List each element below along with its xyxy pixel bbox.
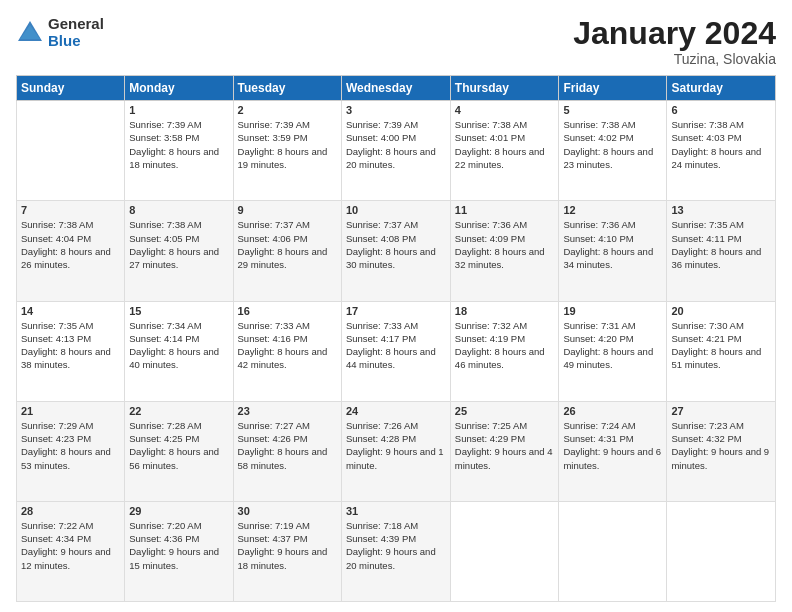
day-info: Sunrise: 7:38 AMSunset: 4:02 PMDaylight:… [563,118,662,171]
weekday-header-wednesday: Wednesday [341,76,450,101]
day-info: Sunrise: 7:30 AMSunset: 4:21 PMDaylight:… [671,319,771,372]
day-info: Sunrise: 7:39 AMSunset: 3:58 PMDaylight:… [129,118,228,171]
calendar-cell [17,101,125,201]
day-number: 2 [238,104,337,116]
day-number: 25 [455,405,555,417]
day-info: Sunrise: 7:38 AMSunset: 4:05 PMDaylight:… [129,218,228,271]
day-info: Sunrise: 7:39 AMSunset: 4:00 PMDaylight:… [346,118,446,171]
calendar-cell: 6Sunrise: 7:38 AMSunset: 4:03 PMDaylight… [667,101,776,201]
day-number: 1 [129,104,228,116]
calendar-cell: 2Sunrise: 7:39 AMSunset: 3:59 PMDaylight… [233,101,341,201]
calendar-cell: 17Sunrise: 7:33 AMSunset: 4:17 PMDayligh… [341,301,450,401]
svg-marker-1 [20,25,40,39]
day-info: Sunrise: 7:33 AMSunset: 4:16 PMDaylight:… [238,319,337,372]
calendar-cell: 5Sunrise: 7:38 AMSunset: 4:02 PMDaylight… [559,101,667,201]
day-number: 7 [21,204,120,216]
calendar-cell: 15Sunrise: 7:34 AMSunset: 4:14 PMDayligh… [125,301,233,401]
calendar-week-row-1: 7Sunrise: 7:38 AMSunset: 4:04 PMDaylight… [17,201,776,301]
calendar-cell: 4Sunrise: 7:38 AMSunset: 4:01 PMDaylight… [450,101,559,201]
day-info: Sunrise: 7:36 AMSunset: 4:10 PMDaylight:… [563,218,662,271]
day-info: Sunrise: 7:24 AMSunset: 4:31 PMDaylight:… [563,419,662,472]
calendar-cell: 8Sunrise: 7:38 AMSunset: 4:05 PMDaylight… [125,201,233,301]
calendar-cell: 29Sunrise: 7:20 AMSunset: 4:36 PMDayligh… [125,501,233,601]
calendar-cell: 19Sunrise: 7:31 AMSunset: 4:20 PMDayligh… [559,301,667,401]
calendar-cell: 22Sunrise: 7:28 AMSunset: 4:25 PMDayligh… [125,401,233,501]
day-number: 6 [671,104,771,116]
day-info: Sunrise: 7:38 AMSunset: 4:04 PMDaylight:… [21,218,120,271]
calendar-cell: 26Sunrise: 7:24 AMSunset: 4:31 PMDayligh… [559,401,667,501]
weekday-header-tuesday: Tuesday [233,76,341,101]
day-number: 13 [671,204,771,216]
calendar-week-row-0: 1Sunrise: 7:39 AMSunset: 3:58 PMDaylight… [17,101,776,201]
day-info: Sunrise: 7:35 AMSunset: 4:11 PMDaylight:… [671,218,771,271]
day-number: 31 [346,505,446,517]
calendar-cell: 30Sunrise: 7:19 AMSunset: 4:37 PMDayligh… [233,501,341,601]
day-number: 28 [21,505,120,517]
day-number: 11 [455,204,555,216]
logo-text: General Blue [48,16,104,49]
day-number: 21 [21,405,120,417]
day-info: Sunrise: 7:18 AMSunset: 4:39 PMDaylight:… [346,519,446,572]
calendar-cell: 27Sunrise: 7:23 AMSunset: 4:32 PMDayligh… [667,401,776,501]
calendar-cell: 18Sunrise: 7:32 AMSunset: 4:19 PMDayligh… [450,301,559,401]
calendar-cell: 11Sunrise: 7:36 AMSunset: 4:09 PMDayligh… [450,201,559,301]
day-number: 9 [238,204,337,216]
day-info: Sunrise: 7:19 AMSunset: 4:37 PMDaylight:… [238,519,337,572]
day-number: 15 [129,305,228,317]
calendar-cell [450,501,559,601]
calendar-week-row-3: 21Sunrise: 7:29 AMSunset: 4:23 PMDayligh… [17,401,776,501]
weekday-header-row: SundayMondayTuesdayWednesdayThursdayFrid… [17,76,776,101]
day-info: Sunrise: 7:38 AMSunset: 4:03 PMDaylight:… [671,118,771,171]
day-number: 24 [346,405,446,417]
day-info: Sunrise: 7:28 AMSunset: 4:25 PMDaylight:… [129,419,228,472]
day-number: 22 [129,405,228,417]
day-number: 14 [21,305,120,317]
calendar-cell: 14Sunrise: 7:35 AMSunset: 4:13 PMDayligh… [17,301,125,401]
day-info: Sunrise: 7:23 AMSunset: 4:32 PMDaylight:… [671,419,771,472]
calendar-cell: 21Sunrise: 7:29 AMSunset: 4:23 PMDayligh… [17,401,125,501]
day-number: 19 [563,305,662,317]
day-number: 3 [346,104,446,116]
day-number: 27 [671,405,771,417]
location-subtitle: Tuzina, Slovakia [573,51,776,67]
day-info: Sunrise: 7:37 AMSunset: 4:06 PMDaylight:… [238,218,337,271]
day-number: 12 [563,204,662,216]
calendar-cell: 24Sunrise: 7:26 AMSunset: 4:28 PMDayligh… [341,401,450,501]
logo-general-text: General [48,16,104,33]
day-number: 26 [563,405,662,417]
day-number: 5 [563,104,662,116]
day-number: 10 [346,204,446,216]
day-info: Sunrise: 7:26 AMSunset: 4:28 PMDaylight:… [346,419,446,472]
calendar-cell [667,501,776,601]
calendar-cell: 7Sunrise: 7:38 AMSunset: 4:04 PMDaylight… [17,201,125,301]
weekday-header-saturday: Saturday [667,76,776,101]
day-info: Sunrise: 7:39 AMSunset: 3:59 PMDaylight:… [238,118,337,171]
logo: General Blue [16,16,104,49]
day-number: 30 [238,505,337,517]
day-info: Sunrise: 7:31 AMSunset: 4:20 PMDaylight:… [563,319,662,372]
calendar-cell: 12Sunrise: 7:36 AMSunset: 4:10 PMDayligh… [559,201,667,301]
weekday-header-friday: Friday [559,76,667,101]
day-info: Sunrise: 7:27 AMSunset: 4:26 PMDaylight:… [238,419,337,472]
calendar-cell: 23Sunrise: 7:27 AMSunset: 4:26 PMDayligh… [233,401,341,501]
day-number: 16 [238,305,337,317]
day-number: 29 [129,505,228,517]
day-info: Sunrise: 7:37 AMSunset: 4:08 PMDaylight:… [346,218,446,271]
calendar-cell: 3Sunrise: 7:39 AMSunset: 4:00 PMDaylight… [341,101,450,201]
calendar-week-row-2: 14Sunrise: 7:35 AMSunset: 4:13 PMDayligh… [17,301,776,401]
header: General Blue January 2024 Tuzina, Slovak… [16,16,776,67]
day-info: Sunrise: 7:34 AMSunset: 4:14 PMDaylight:… [129,319,228,372]
day-info: Sunrise: 7:33 AMSunset: 4:17 PMDaylight:… [346,319,446,372]
calendar-cell: 28Sunrise: 7:22 AMSunset: 4:34 PMDayligh… [17,501,125,601]
day-number: 17 [346,305,446,317]
day-info: Sunrise: 7:25 AMSunset: 4:29 PMDaylight:… [455,419,555,472]
day-info: Sunrise: 7:29 AMSunset: 4:23 PMDaylight:… [21,419,120,472]
calendar-cell: 31Sunrise: 7:18 AMSunset: 4:39 PMDayligh… [341,501,450,601]
day-number: 18 [455,305,555,317]
calendar-cell: 9Sunrise: 7:37 AMSunset: 4:06 PMDaylight… [233,201,341,301]
logo-icon [16,19,44,47]
title-block: January 2024 Tuzina, Slovakia [573,16,776,67]
calendar-cell: 1Sunrise: 7:39 AMSunset: 3:58 PMDaylight… [125,101,233,201]
weekday-header-monday: Monday [125,76,233,101]
day-info: Sunrise: 7:22 AMSunset: 4:34 PMDaylight:… [21,519,120,572]
